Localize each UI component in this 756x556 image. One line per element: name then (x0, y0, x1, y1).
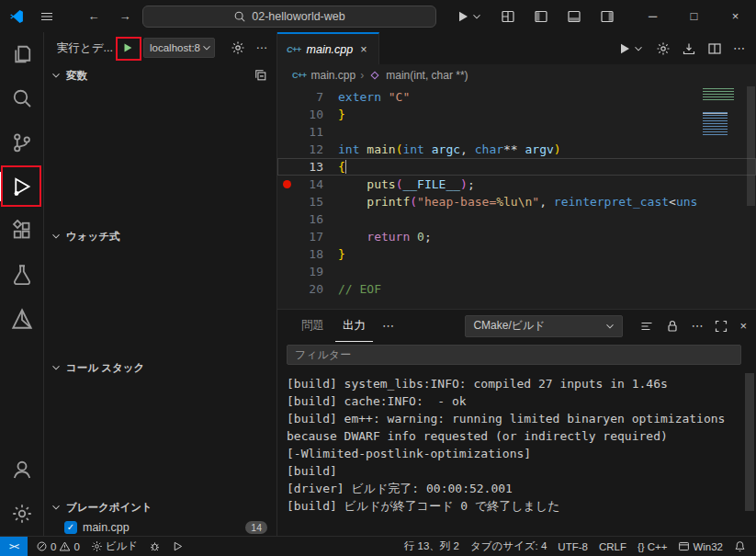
gear-icon[interactable] (656, 41, 671, 56)
customize-layout-button[interactable] (494, 4, 522, 29)
problems-status[interactable]: 0 0 (31, 540, 85, 552)
cmake-build-button[interactable]: ビルド (86, 539, 142, 553)
build-label: ビルド (106, 539, 138, 553)
code-line[interactable]: 16 (277, 210, 756, 228)
code-line[interactable]: 10} (277, 106, 756, 123)
start-debug-button[interactable] (118, 38, 138, 58)
platform-indicator[interactable]: Win32 (673, 540, 728, 552)
breakpoint-dot[interactable] (277, 176, 296, 193)
output-scrollbar[interactable] (745, 373, 754, 511)
minimize-button[interactable]: ─ (632, 0, 673, 32)
back-button[interactable]: ← (80, 4, 107, 29)
clear-output-icon[interactable] (639, 319, 654, 334)
close-panel-icon[interactable]: × (739, 319, 747, 333)
activity-run-debug[interactable] (0, 165, 43, 209)
breadcrumb-sep-icon: › (360, 69, 364, 82)
code-line[interactable]: 15 printf("heap-base=%lu\n", reinterpret… (277, 193, 756, 210)
gutter-breakpoint-area[interactable] (277, 210, 296, 228)
layout-control-button[interactable] (456, 4, 483, 29)
output-channel-dropdown[interactable]: CMake/ビルド (465, 315, 623, 337)
tab-output[interactable]: 出力 (335, 310, 373, 342)
code-editor[interactable]: 7extern "C"10}1112int main(int argc, cha… (277, 86, 756, 309)
panel-more-icon[interactable]: ⋯ (691, 319, 703, 333)
lock-icon[interactable] (665, 319, 680, 334)
settings-button[interactable] (0, 492, 43, 536)
code-line[interactable]: 19 (277, 263, 756, 280)
code-line[interactable]: 11 (277, 123, 756, 141)
output-filter-input[interactable] (287, 345, 741, 365)
cmake-debug-button[interactable] (144, 540, 165, 552)
breakpoint-list-item[interactable]: ✓ main.cpp 14 (44, 519, 276, 536)
activity-explorer[interactable] (0, 32, 43, 76)
section-variables[interactable]: 変数 (44, 63, 276, 87)
gutter-breakpoint-area[interactable] (277, 123, 296, 141)
line-number: 16 (296, 210, 323, 228)
gutter-breakpoint-area[interactable] (277, 158, 296, 176)
maximize-button[interactable]: □ (673, 0, 715, 32)
remote-indicator[interactable]: >< (0, 537, 28, 556)
activity-extensions[interactable] (0, 209, 43, 253)
code-line[interactable]: 13{ (277, 158, 756, 176)
eol-selector[interactable]: CRLF (594, 541, 631, 552)
breakpoint-checkbox[interactable]: ✓ (64, 521, 77, 534)
gutter-breakpoint-area[interactable] (277, 263, 296, 280)
editor-scrollbar[interactable] (745, 86, 756, 309)
breadcrumb-symbol[interactable]: main(int, char **) (386, 69, 468, 82)
language-mode[interactable]: {} C++ (633, 541, 671, 552)
code-line[interactable]: 18} (277, 245, 756, 263)
section-breakpoints[interactable]: ブレークポイント (44, 495, 276, 519)
indentation[interactable]: タブのサイズ: 4 (466, 539, 551, 553)
minimap[interactable] (703, 88, 743, 305)
notifications-button[interactable] (729, 540, 750, 552)
run-debug-sidebar: 実行とデ... localhost:8 ⋯ 変数 (44, 32, 277, 536)
encoding[interactable]: UTF-8 (553, 541, 592, 552)
activity-cmake[interactable] (0, 297, 43, 341)
section-watch[interactable]: ウォッチ式 (44, 224, 276, 248)
output-console[interactable]: [build] system_libs:INFO: compiled 27 in… (277, 368, 756, 536)
toggle-sidebar-left-button[interactable] (527, 4, 555, 29)
section-call-stack[interactable]: コール スタック (44, 356, 276, 380)
tab-main-cpp[interactable]: C++ main.cpp × (277, 32, 379, 64)
more-actions-icon[interactable]: ⋯ (733, 41, 745, 55)
toggle-sidebar-right-button[interactable] (593, 4, 621, 29)
breadcrumb-file[interactable]: main.cpp (311, 69, 356, 82)
code-line[interactable]: 17 return 0; (277, 228, 756, 245)
panel-tabs-more-icon[interactable]: ⋯ (377, 319, 400, 333)
gear-icon[interactable] (231, 40, 245, 55)
gutter-breakpoint-area[interactable] (277, 141, 296, 158)
gutter-breakpoint-area[interactable] (277, 280, 296, 298)
toggle-panel-button[interactable] (560, 4, 588, 29)
activity-source-control[interactable] (0, 120, 43, 165)
code-line[interactable]: 12int main(int argc, char** argv) (277, 141, 756, 158)
activity-search[interactable] (0, 76, 43, 120)
tab-problems[interactable]: 問題 (294, 310, 332, 342)
gutter-breakpoint-area[interactable] (277, 228, 296, 245)
filter-row (277, 342, 756, 368)
cmake-launch-button[interactable] (167, 540, 188, 552)
warning-icon (59, 540, 71, 552)
run-dropdown-button[interactable] (617, 41, 645, 56)
command-center-search[interactable]: 02-helloworld-web (142, 6, 436, 28)
gutter-breakpoint-area[interactable] (277, 106, 296, 123)
gutter-breakpoint-area[interactable] (277, 193, 296, 210)
download-icon[interactable] (682, 41, 696, 56)
maximize-panel-icon[interactable] (714, 319, 728, 334)
close-tab-icon[interactable]: × (358, 43, 368, 56)
account-button[interactable] (0, 448, 43, 492)
activity-testing[interactable] (0, 253, 43, 297)
gutter-breakpoint-area[interactable] (277, 245, 296, 263)
close-window-button[interactable]: × (715, 0, 756, 32)
branch-icon (11, 131, 33, 153)
section-label: ブレークポイント (66, 501, 152, 515)
cursor-position[interactable]: 行 13、列 2 (400, 539, 464, 553)
collapse-all-icon[interactable] (254, 69, 267, 82)
forward-button[interactable]: → (111, 4, 139, 29)
more-actions-icon[interactable]: ⋯ (256, 40, 268, 55)
split-editor-icon[interactable] (707, 41, 722, 56)
code-line[interactable]: 14 puts(__FILE__); (277, 176, 756, 193)
debug-target-dropdown[interactable]: localhost:8 (143, 38, 215, 58)
menu-button[interactable] (33, 4, 61, 29)
gutter-breakpoint-area[interactable] (277, 88, 296, 106)
code-line[interactable]: 20// EOF (277, 280, 756, 298)
code-line[interactable]: 7extern "C" (277, 88, 756, 106)
